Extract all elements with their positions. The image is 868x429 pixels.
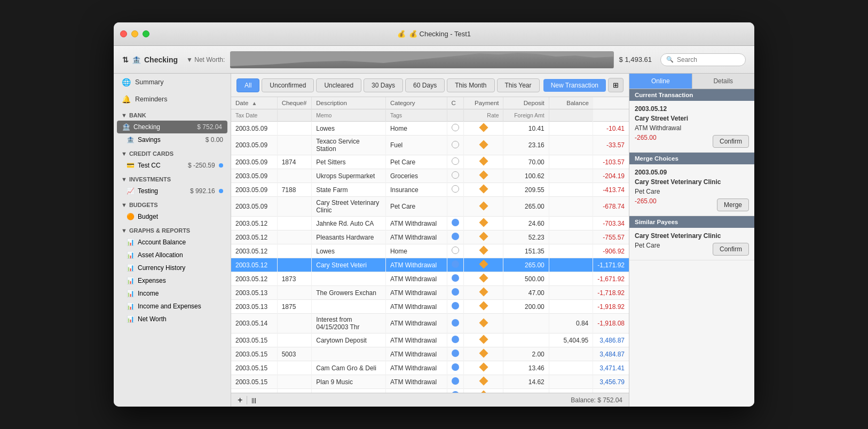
table-row[interactable]: 2003.05.131875ATM Withdrawal200.00-1,918… bbox=[231, 300, 629, 314]
col-header-cheque[interactable]: Cheque# bbox=[277, 97, 312, 109]
sidebar-item-income[interactable]: 📊 Income bbox=[114, 287, 231, 300]
sidebar-item-currency-history[interactable]: 📊 Currency History bbox=[114, 261, 231, 274]
cell-status[interactable] bbox=[447, 375, 463, 389]
col-header-c[interactable]: C bbox=[447, 97, 463, 109]
cell-balance: -1,671.92 bbox=[593, 272, 629, 286]
cell-status[interactable] bbox=[447, 361, 463, 375]
cell-status[interactable] bbox=[447, 155, 463, 169]
confirm-button-1[interactable]: Confirm bbox=[713, 135, 749, 148]
minimize-button[interactable] bbox=[131, 30, 138, 37]
table-row[interactable]: 2003.05.12Jahnke Rd. Auto CAATM Withdraw… bbox=[231, 217, 629, 231]
sidebar-item-expenses[interactable]: 📊 Expenses bbox=[114, 274, 231, 287]
add-transaction-button[interactable]: + bbox=[238, 395, 242, 405]
sidebar-item-reminders[interactable]: 🔔 Reminders bbox=[114, 91, 231, 108]
table-row[interactable]: 2003.05.15Carytown DepositATM Withdrawal… bbox=[231, 333, 629, 347]
table-row[interactable]: 2003.05.155003ATM Withdrawal2.003,484.87 bbox=[231, 347, 629, 361]
cell-description bbox=[312, 272, 386, 286]
sidebar-item-summary[interactable]: 🌐 Summary bbox=[114, 74, 231, 91]
table-row[interactable]: 2003.05.15Plan 9 MusicATM Withdrawal14.6… bbox=[231, 375, 629, 389]
cell-status[interactable] bbox=[447, 258, 463, 272]
cell-status[interactable] bbox=[447, 389, 463, 393]
sidebar-item-checking[interactable]: 🏦 Checking $ 752.04 bbox=[117, 121, 227, 133]
tab-60days[interactable]: 60 Days bbox=[405, 78, 445, 92]
sidebar-item-income-expenses[interactable]: 📊 Income and Expenses bbox=[114, 300, 231, 313]
table-row[interactable]: 2003.05.12Cary Street VeteriATM Withdraw… bbox=[231, 258, 629, 272]
window-title: 💰 💰 Checking - Test1 bbox=[397, 30, 471, 38]
table-row[interactable]: 2003.05.09LowesHome10.41-10.41 bbox=[231, 122, 629, 136]
col-header-date[interactable]: Date ▲ bbox=[231, 97, 277, 109]
tab-30days[interactable]: 30 Days bbox=[364, 78, 403, 92]
tab-this-year[interactable]: This Year bbox=[497, 78, 540, 92]
cell-deposit bbox=[549, 155, 593, 169]
table-row[interactable]: 2003.05.09Texaco Service StationFuel23.1… bbox=[231, 136, 629, 155]
cell-status[interactable] bbox=[447, 333, 463, 347]
tab-this-month[interactable]: This Month bbox=[447, 78, 494, 92]
sidebar-item-testing[interactable]: 📈 Testing $ 992.16 bbox=[114, 185, 231, 197]
cell-status[interactable] bbox=[447, 314, 463, 333]
cell-category: ATM Withdrawal bbox=[385, 389, 447, 393]
panel-tab-online[interactable]: Online bbox=[629, 74, 692, 89]
cell-status[interactable] bbox=[447, 197, 463, 217]
cell-payment: 10.41 bbox=[503, 122, 549, 136]
cell-cheque bbox=[277, 197, 312, 217]
table-row[interactable]: 2003.05.09Cary Street Veterinary ClinicP… bbox=[231, 197, 629, 217]
search-input[interactable] bbox=[677, 56, 730, 63]
cell-balance: -755.57 bbox=[593, 231, 629, 244]
table-row[interactable]: 2003.05.161870ATM Withdrawal29.953,426.8… bbox=[231, 389, 629, 393]
panel-tabs: Online Details bbox=[629, 74, 754, 89]
cell-status[interactable] bbox=[447, 272, 463, 286]
panel-tab-details[interactable]: Details bbox=[692, 74, 755, 89]
sidebar-item-net-worth[interactable]: 📊 Net Worth bbox=[114, 313, 231, 325]
cell-date: 2003.05.13 bbox=[231, 286, 277, 300]
col-header-category[interactable]: Category bbox=[385, 97, 447, 109]
diamond-icon bbox=[479, 260, 488, 269]
merge-button[interactable]: Merge bbox=[717, 198, 749, 211]
table-row[interactable]: 2003.05.14Interest from 04/15/2003 ThrAT… bbox=[231, 314, 629, 333]
subheader-empty1 bbox=[277, 109, 312, 122]
cell-status[interactable] bbox=[447, 169, 463, 183]
grid-settings-button[interactable]: ⊞ bbox=[608, 78, 624, 92]
cell-status[interactable] bbox=[447, 183, 463, 197]
col-header-deposit[interactable]: Deposit bbox=[503, 97, 549, 109]
cell-status[interactable] bbox=[447, 300, 463, 314]
table-row[interactable]: 2003.05.09Ukrops SupermarketGroceries100… bbox=[231, 169, 629, 183]
cell-status[interactable] bbox=[447, 136, 463, 155]
tab-unconfirmed[interactable]: Unconfirmed bbox=[262, 78, 314, 92]
account-selector[interactable]: ⇅ 🏦 Checking bbox=[122, 55, 178, 64]
table-row[interactable]: 2003.05.091874Pet SittersPet Care70.00-1… bbox=[231, 155, 629, 169]
cell-diamond bbox=[463, 286, 503, 300]
close-button[interactable] bbox=[120, 30, 127, 37]
maximize-button[interactable] bbox=[143, 30, 149, 37]
cell-status[interactable] bbox=[447, 231, 463, 244]
resize-handle-button[interactable]: ||| bbox=[251, 397, 256, 403]
main-content: 🌐 Summary 🔔 Reminders ▼ BANK 🏦 Checking … bbox=[114, 74, 754, 407]
sidebar-item-asset-allocation[interactable]: 📊 Asset Allocation bbox=[114, 249, 231, 261]
cell-cheque bbox=[277, 314, 312, 333]
table-row[interactable]: 2003.05.12LowesHome151.35-906.92 bbox=[231, 244, 629, 258]
table-row[interactable]: 2003.05.13The Growers ExchanATM Withdraw… bbox=[231, 286, 629, 300]
confirm-button-2[interactable]: Confirm bbox=[713, 243, 749, 256]
cell-status[interactable] bbox=[447, 347, 463, 361]
cell-status[interactable] bbox=[447, 244, 463, 258]
cell-status[interactable] bbox=[447, 217, 463, 231]
search-box[interactable]: 🔍 bbox=[660, 53, 746, 66]
cell-deposit bbox=[549, 231, 593, 244]
tab-uncleared[interactable]: Uncleared bbox=[316, 78, 361, 92]
cell-status[interactable] bbox=[447, 122, 463, 136]
col-header-description[interactable]: Description bbox=[312, 97, 386, 109]
sidebar-item-test-cc[interactable]: 💳 Test CC $ -250.59 bbox=[114, 159, 231, 172]
col-header-balance[interactable]: Balance bbox=[549, 97, 593, 109]
cell-payment: 47.00 bbox=[503, 286, 549, 300]
col-header-payment[interactable]: Payment bbox=[463, 97, 503, 109]
new-transaction-button[interactable]: New Transaction bbox=[543, 79, 606, 92]
cell-payment: 265.00 bbox=[503, 197, 549, 217]
tab-all[interactable]: All bbox=[236, 78, 259, 92]
cell-status[interactable] bbox=[447, 286, 463, 300]
sidebar-item-account-balance[interactable]: 📊 Account Balance bbox=[114, 236, 231, 249]
table-row[interactable]: 2003.05.12Pleasants HardwareATM Withdraw… bbox=[231, 231, 629, 244]
table-row[interactable]: 2003.05.15Cam Cam Gro & DeliATM Withdraw… bbox=[231, 361, 629, 375]
sidebar-item-budget[interactable]: 🟠 Budget bbox=[114, 210, 231, 223]
table-row[interactable]: 2003.05.121873ATM Withdrawal500.00-1,671… bbox=[231, 272, 629, 286]
table-row[interactable]: 2003.05.097188State FarmInsurance209.55-… bbox=[231, 183, 629, 197]
sidebar-item-savings[interactable]: 🏦 Savings $ 0.00 bbox=[114, 133, 231, 146]
